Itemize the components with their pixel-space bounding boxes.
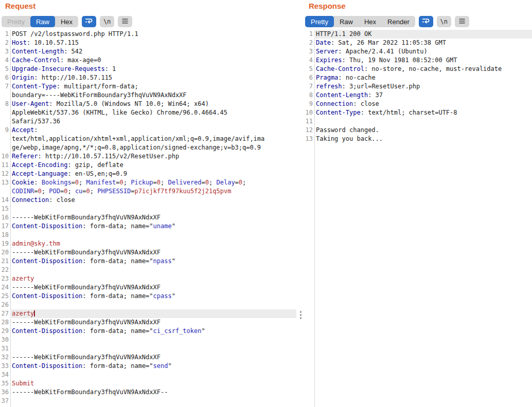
code-row[interactable]: 29Content-Disposition: form-data; name="… (0, 327, 296, 336)
code-row[interactable]: ge/webp,image/apng,*/*;q=0.8,application… (0, 143, 296, 152)
line-number: 30 (0, 336, 10, 344)
code-row[interactable]: text/html,application/xhtml+xml,applicat… (0, 135, 296, 143)
line-number: 1 (304, 30, 314, 39)
code-row[interactable]: 2Host: 10.10.57.115 (0, 39, 296, 47)
code-row[interactable]: 26 (0, 301, 296, 309)
code-row[interactable]: 30 (0, 336, 296, 344)
code-row[interactable]: 14Connection: close (0, 196, 296, 205)
line-number: 31 (0, 344, 10, 353)
code-row[interactable]: 35Submit (0, 379, 296, 388)
request-tab-raw[interactable]: Raw (30, 16, 55, 27)
line-number: 25 (0, 292, 10, 301)
code-row[interactable]: 25Content-Disposition: form-data; name="… (0, 292, 296, 301)
request-panel-title: Request (5, 2, 36, 10)
request-tab-hex[interactable]: Hex (55, 16, 78, 27)
line-number: 28 (0, 318, 10, 327)
code-row[interactable]: 37 (0, 397, 296, 405)
wrap-lines-button[interactable] (82, 16, 96, 27)
request-editor[interactable]: 1POST /v2/lostpassword.php HTTP/1.12Host… (0, 30, 296, 407)
code-row[interactable]: 17Content-Disposition: form-data; name="… (0, 222, 296, 231)
code-row[interactable]: 23azerty (0, 274, 296, 283)
code-row[interactable]: 13Taking you back... (304, 135, 532, 143)
line-number: 6 (0, 73, 10, 82)
inline-menu-button[interactable] (300, 311, 302, 319)
editor-menu-button[interactable] (118, 16, 132, 27)
code-row[interactable]: 11 (304, 117, 532, 126)
line-number: 5 (0, 65, 10, 73)
code-row[interactable]: 12Accept-Language: en-US,en;q=0.9 (0, 170, 296, 178)
code-row[interactable]: 3Server: Apache/2.4.41 (Ubuntu) (304, 47, 532, 56)
code-row[interactable]: 19admin@sky.thm (0, 239, 296, 248)
code-row[interactable]: AppleWebKit/537.36 (KHTML, like Gecko) C… (0, 108, 296, 117)
line-number: 3 (304, 47, 314, 56)
line-number: 18 (0, 231, 10, 239)
line-number: 34 (0, 371, 10, 379)
line-number: 24 (0, 283, 10, 292)
code-row[interactable]: 32------WebKitFormBoundary3fhqVuVN9AxNdx… (0, 353, 296, 362)
code-row[interactable]: 12Password changed. (304, 126, 532, 135)
code-row[interactable]: 10Content-Type: text/html; charset=UTF-8 (304, 108, 532, 117)
code-row[interactable]: 18 (0, 231, 296, 239)
code-row[interactable]: 8Content-Length: 37 (304, 91, 532, 100)
code-row[interactable]: 9Connection: close (304, 100, 532, 108)
code-row[interactable]: 27azerty (0, 309, 296, 318)
code-row[interactable]: 3Content-Length: 542 (0, 47, 296, 56)
response-tab-pretty[interactable]: Pretty (305, 16, 334, 27)
code-row[interactable]: 20------WebKitFormBoundary3fhqVuVN9AxNdx… (0, 248, 296, 257)
code-row[interactable]: 34 (0, 371, 296, 379)
request-view-tabs: PrettyRawHex (2, 16, 78, 27)
line-number: 33 (0, 362, 10, 371)
code-row[interactable]: 9Accept: (0, 126, 296, 135)
code-row[interactable]: 6Pragma: no-cache (304, 73, 532, 82)
code-row[interactable]: 1POST /v2/lostpassword.php HTTP/1.1 (0, 30, 296, 39)
line-number: 8 (0, 100, 10, 108)
code-row[interactable]: 6Origin: http://10.10.57.115 (0, 73, 296, 82)
code-row[interactable]: 7Content-Type: multipart/form-data; (0, 82, 296, 91)
line-number: 29 (0, 327, 10, 336)
line-number: 19 (0, 239, 10, 248)
code-row[interactable]: 28------WebKitFormBoundary3fhqVuVN9AxNdx… (0, 318, 296, 327)
code-row[interactable]: 7refresh: 3;url=ResetUser.php (304, 82, 532, 91)
response-editor[interactable]: 1HTTP/1.1 200 OK2Date: Sat, 26 Mar 2022 … (304, 30, 532, 407)
code-row[interactable]: boundary=----WebKitFormBoundary3fhqVuVN9… (0, 91, 296, 100)
line-number (0, 117, 10, 126)
line-number (0, 143, 10, 152)
response-panel: Response PrettyRawHexRender \n (304, 0, 532, 407)
code-row[interactable]: 4Cache-Control: max-age=0 (0, 56, 296, 65)
code-row[interactable]: 8User-Agent: Mozilla/5.0 (Windows NT 10.… (0, 100, 296, 108)
code-row[interactable]: 11Accept-Encoding: gzip, deflate (0, 161, 296, 170)
wrap-lines-button[interactable] (419, 16, 433, 27)
line-number: 32 (0, 353, 10, 362)
line-number: 4 (304, 56, 314, 65)
response-tab-hex[interactable]: Hex (359, 16, 382, 27)
code-row[interactable]: 5Upgrade-Insecure-Requests: 1 (0, 65, 296, 73)
request-tab-pretty[interactable]: Pretty (2, 16, 30, 27)
message-editor-screen: Request PrettyRawHex \n (0, 0, 532, 407)
line-number: 15 (0, 205, 10, 213)
show-newlines-button[interactable]: \n (100, 16, 114, 27)
line-number (0, 108, 10, 117)
line-number: 11 (304, 117, 314, 126)
code-row[interactable]: 2Date: Sat, 26 Mar 2022 11:05:38 GMT (304, 39, 532, 47)
show-newlines-button[interactable]: \n (437, 16, 451, 27)
line-number: 11 (0, 161, 10, 170)
code-row[interactable]: 15 (0, 205, 296, 213)
code-row[interactable]: 13Cookie: Bookings=0; Manifest=0; Pickup… (0, 178, 296, 187)
code-row[interactable]: Safari/537.36 (0, 117, 296, 126)
response-tab-raw[interactable]: Raw (334, 16, 359, 27)
code-row[interactable]: 24------WebKitFormBoundary3fhqVuVN9AxNdx… (0, 283, 296, 292)
code-row[interactable]: 1HTTP/1.1 200 OK (304, 30, 532, 39)
code-row[interactable]: 33Content-Disposition: form-data; name="… (0, 362, 296, 371)
code-row[interactable]: 4Expires: Thu, 19 Nov 1981 08:52:00 GMT (304, 56, 532, 65)
editor-menu-button[interactable] (455, 16, 469, 27)
code-row[interactable]: 36------WebKitFormBoundary3fhqVuVN9AxNdx… (0, 388, 296, 397)
code-row[interactable]: 21Content-Disposition: form-data; name="… (0, 257, 296, 266)
code-row[interactable]: 22 (0, 266, 296, 274)
code-row[interactable]: 5Cache-Control: no-store, no-cache, must… (304, 65, 532, 73)
code-row[interactable]: CODINR=0; POD=0; cu=0; PHPSESSID=p7icjkf… (0, 187, 296, 196)
line-number: 4 (0, 56, 10, 65)
code-row[interactable]: 31 (0, 344, 296, 353)
code-row[interactable]: 16------WebKitFormBoundary3fhqVuVN9AxNdx… (0, 213, 296, 222)
response-tab-render[interactable]: Render (382, 16, 415, 27)
code-row[interactable]: 10Referer: http://10.10.57.115/v2/ResetU… (0, 152, 296, 161)
